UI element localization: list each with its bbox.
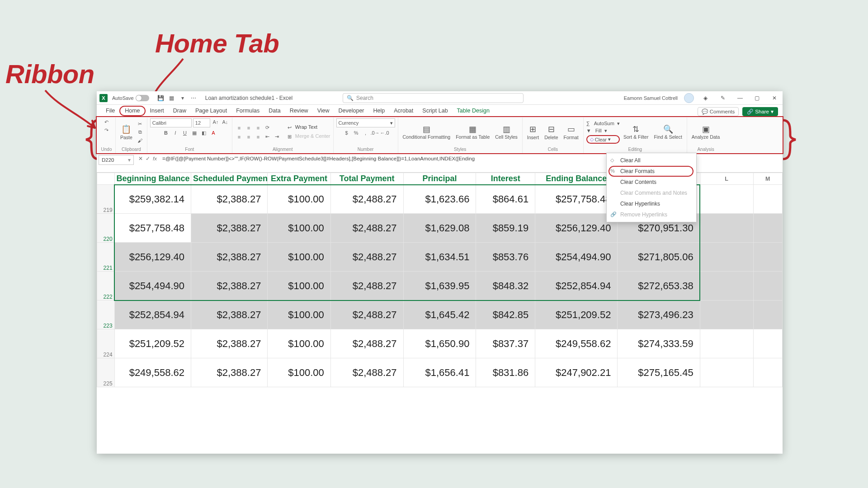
cell[interactable]: $848.32: [476, 272, 535, 300]
tab-acrobat[interactable]: Acrobat: [389, 106, 418, 116]
tab-draw[interactable]: Draw: [169, 106, 191, 116]
number-format-combo[interactable]: Currency▾: [336, 118, 395, 127]
analyze-data-button[interactable]: ▣Analyze Data: [690, 123, 722, 141]
tab-help[interactable]: Help: [369, 106, 390, 116]
tab-table-design[interactable]: Table Design: [453, 106, 494, 116]
cell[interactable]: $842.85: [476, 300, 535, 329]
diamond-icon[interactable]: ◈: [700, 93, 711, 103]
column-letter[interactable]: M: [753, 173, 782, 185]
tab-developer[interactable]: Developer: [334, 106, 369, 116]
cell[interactable]: $251,209.52: [114, 329, 191, 358]
cell[interactable]: [700, 272, 753, 300]
orientation-button[interactable]: ⟳: [264, 124, 272, 131]
cell[interactable]: $271,805.06: [618, 243, 700, 272]
row-header[interactable]: 222: [97, 272, 115, 300]
avatar[interactable]: [684, 93, 694, 103]
cell[interactable]: $274,333.59: [618, 329, 700, 358]
align-center-button[interactable]: ≡: [245, 133, 253, 141]
cell[interactable]: $273,496.23: [618, 300, 700, 329]
format-painter-button[interactable]: 🖌: [136, 137, 144, 144]
increase-decimal-button[interactable]: .0→: [371, 129, 379, 136]
cell[interactable]: $100.00: [268, 329, 330, 358]
increase-indent-button[interactable]: ⇥: [273, 133, 281, 141]
cell[interactable]: [700, 300, 753, 329]
column-header[interactable]: Beginning Balance: [114, 173, 191, 185]
cell[interactable]: $864.61: [476, 185, 535, 214]
qat-dropdown-icon[interactable]: ▾: [179, 94, 187, 102]
column-header[interactable]: Total Payment: [330, 173, 403, 185]
paste-button[interactable]: 📋Paste: [118, 123, 134, 141]
delete-cells-button[interactable]: ⊟Delete: [542, 123, 560, 141]
cell[interactable]: [753, 329, 782, 358]
cell[interactable]: $831.86: [476, 358, 535, 387]
search-input[interactable]: 🔍 Search: [343, 93, 524, 103]
column-header[interactable]: Principal: [403, 173, 476, 185]
align-right-button[interactable]: ≡: [254, 133, 262, 141]
italic-button[interactable]: I: [171, 129, 179, 136]
cell[interactable]: $1,639.95: [403, 272, 476, 300]
font-color-button[interactable]: A: [209, 129, 217, 136]
cell[interactable]: $249,558.62: [535, 329, 618, 358]
cell[interactable]: $2,388.27: [191, 185, 267, 214]
cell[interactable]: [753, 243, 782, 272]
cell[interactable]: $2,388.27: [191, 243, 267, 272]
tab-file[interactable]: File: [101, 106, 119, 116]
cell-styles-button[interactable]: ▥Cell Styles: [493, 123, 519, 141]
cell[interactable]: $2,488.27: [330, 185, 403, 214]
copy-button[interactable]: ⧉: [136, 129, 144, 136]
cell[interactable]: $2,488.27: [330, 272, 403, 300]
qat-icon[interactable]: ▦: [168, 94, 176, 102]
cell[interactable]: [753, 185, 782, 214]
column-header[interactable]: Ending Balance: [535, 173, 618, 185]
cell[interactable]: $2,488.27: [330, 329, 403, 358]
cell[interactable]: [700, 358, 753, 387]
cell[interactable]: $247,902.21: [535, 358, 618, 387]
cell[interactable]: $254,494.90: [535, 243, 618, 272]
cell[interactable]: $2,388.27: [191, 329, 267, 358]
cell[interactable]: $252,854.94: [114, 300, 191, 329]
cell[interactable]: $1,650.90: [403, 329, 476, 358]
cancel-formula-button[interactable]: ✕: [138, 155, 143, 162]
tab-script-lab[interactable]: Script Lab: [418, 106, 452, 116]
cell[interactable]: [700, 329, 753, 358]
clear-all-item[interactable]: ◇Clear All: [607, 155, 696, 166]
cell[interactable]: $100.00: [268, 214, 330, 243]
cell[interactable]: $2,388.27: [191, 300, 267, 329]
row-header[interactable]: 220: [97, 214, 115, 243]
cell[interactable]: [700, 243, 753, 272]
wrap-text-button[interactable]: ↩Wrap Text: [286, 124, 330, 131]
cell[interactable]: $100.00: [268, 300, 330, 329]
comma-button[interactable]: ,: [362, 129, 370, 136]
borders-button[interactable]: ▦: [190, 129, 198, 136]
clear-button[interactable]: ◇Clear▾: [586, 135, 620, 144]
cell[interactable]: $2,488.27: [330, 243, 403, 272]
minimize-button[interactable]: —: [735, 93, 745, 103]
cell[interactable]: $256,129.40: [114, 243, 191, 272]
cell[interactable]: $100.00: [268, 272, 330, 300]
autosave-toggle[interactable]: [136, 95, 149, 101]
cut-button[interactable]: ✂: [136, 121, 144, 128]
row-header[interactable]: 221: [97, 243, 115, 272]
font-size-combo[interactable]: 12: [193, 118, 210, 127]
column-header[interactable]: Interest: [476, 173, 535, 185]
cell[interactable]: $100.00: [268, 185, 330, 214]
cell[interactable]: $252,854.94: [535, 272, 618, 300]
bold-button[interactable]: B: [162, 129, 170, 136]
cell[interactable]: $257,758.48: [114, 214, 191, 243]
fill-color-button[interactable]: ◧: [200, 129, 208, 136]
tab-view[interactable]: View: [313, 106, 334, 116]
tab-insert[interactable]: Insert: [146, 106, 169, 116]
row-header[interactable]: 225: [97, 358, 115, 387]
font-name-combo[interactable]: Calibri: [150, 118, 192, 127]
cell[interactable]: [700, 214, 753, 243]
cell[interactable]: $254,494.90: [114, 272, 191, 300]
find-select-button[interactable]: 🔍Find & Select: [652, 123, 684, 141]
row-header[interactable]: 224: [97, 329, 115, 358]
decrease-indent-button[interactable]: ⇤: [264, 133, 272, 141]
redo-button[interactable]: ↷: [103, 127, 111, 134]
row-header[interactable]: 219: [97, 185, 115, 214]
cell[interactable]: [753, 272, 782, 300]
tab-review[interactable]: Review: [285, 106, 313, 116]
cell[interactable]: $2,388.27: [191, 214, 267, 243]
format-as-table-button[interactable]: ▦Format as Table: [454, 123, 491, 141]
